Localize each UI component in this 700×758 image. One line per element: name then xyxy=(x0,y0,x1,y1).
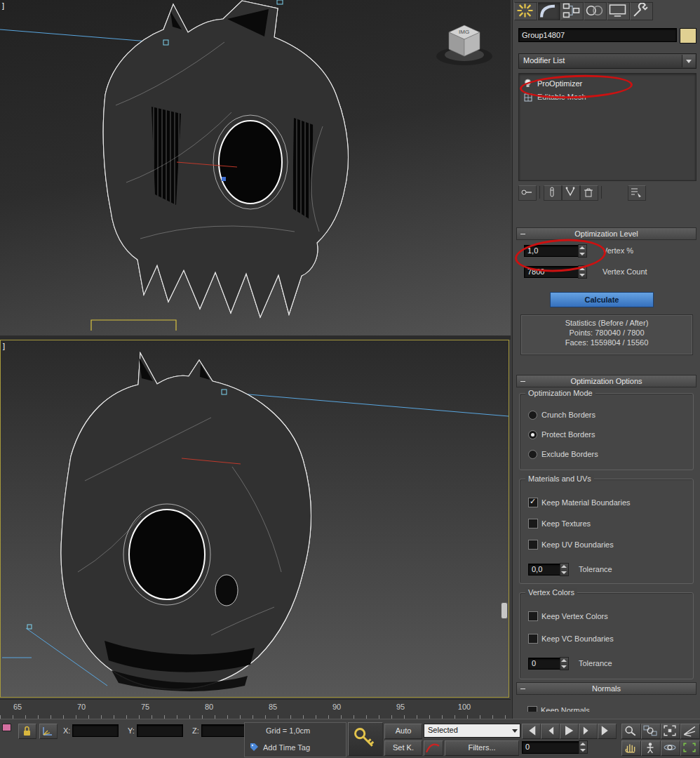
configure-modifier-sets-button[interactable] xyxy=(628,185,646,201)
radio-label[interactable]: Exclude Borders xyxy=(541,450,598,458)
y-coord-field[interactable] xyxy=(137,724,183,737)
current-time-spinner[interactable] xyxy=(579,740,588,754)
vertex-percent-spinner[interactable] xyxy=(578,244,587,258)
radio-exclude-borders[interactable] xyxy=(528,450,537,459)
mini-listener[interactable] xyxy=(2,724,11,731)
prompt-box: Grid = 1,0cm Add Time Tag xyxy=(244,722,346,757)
radio-protect-borders[interactable] xyxy=(528,430,537,439)
tab-display[interactable] xyxy=(607,2,630,20)
go-to-start-button[interactable] xyxy=(522,724,541,739)
modifier-list-dropdown[interactable]: Modifier List xyxy=(518,53,696,69)
make-unique-button[interactable] xyxy=(562,185,580,201)
zoom-all-icon xyxy=(642,724,659,737)
display-icon xyxy=(607,3,628,18)
checkbox-keep-normals[interactable] xyxy=(527,706,537,712)
rollout-optimization-options[interactable]: Optimization Options xyxy=(516,375,696,387)
transform-typein-icon xyxy=(40,724,55,737)
vertex-count-field[interactable]: 7800 xyxy=(524,266,580,278)
walk-through-button[interactable] xyxy=(641,740,661,756)
checkbox-keep-vertex-colors[interactable] xyxy=(528,611,538,621)
previous-frame-button[interactable] xyxy=(541,724,560,739)
maximize-viewport-button[interactable] xyxy=(680,740,700,756)
rollout-normals[interactable]: Normals xyxy=(516,682,696,695)
pin-icon xyxy=(519,186,534,199)
modifier-stack-row-prooptimizer[interactable]: ProOptimizer xyxy=(519,77,696,91)
next-frame-icon xyxy=(579,724,595,737)
utilities-icon xyxy=(631,3,651,18)
object-color-swatch[interactable] xyxy=(680,28,696,44)
modifier-stack-row-editable-mesh[interactable]: Editable Mesh xyxy=(519,91,696,104)
checkbox-label[interactable]: Keep Vertex Colors xyxy=(541,612,608,620)
rollout-optimization-level[interactable]: Optimization Level xyxy=(516,227,696,240)
zoom-icon xyxy=(622,724,639,737)
zoom-extents-button[interactable] xyxy=(661,724,680,739)
modifier-stack[interactable]: ProOptimizer Editable Mesh xyxy=(518,73,696,181)
go-to-end-button[interactable] xyxy=(598,724,617,739)
z-coord-field[interactable] xyxy=(201,724,248,737)
group-title: Materials and UVs xyxy=(525,474,594,483)
zoom-button[interactable] xyxy=(621,724,641,739)
tab-utilities[interactable] xyxy=(630,2,653,20)
field-of-view-button[interactable] xyxy=(680,724,700,739)
uv-tolerance-spinner[interactable] xyxy=(560,563,569,576)
calculate-button[interactable]: Calculate xyxy=(550,292,654,307)
current-time-field[interactable]: 0 xyxy=(522,741,581,754)
timeline-ruler[interactable]: 65 70 75 80 85 90 95 100 xyxy=(0,699,511,720)
play-button[interactable] xyxy=(560,724,579,739)
set-key-mode-button[interactable]: Set K. xyxy=(384,740,422,756)
editable-mesh-icon xyxy=(524,93,532,102)
key-filters-button[interactable]: Filters... xyxy=(445,740,519,756)
rollout-title: Optimization Options xyxy=(570,377,642,385)
orbit-button[interactable] xyxy=(661,740,680,756)
next-frame-button[interactable] xyxy=(579,724,598,739)
viewport-bottom-label: ] xyxy=(3,342,5,350)
selection-lock-button[interactable] xyxy=(18,724,36,739)
x-coord-field[interactable] xyxy=(72,724,119,737)
vertex-colors-group: Vertex Colors Keep Vertex Colors Keep VC… xyxy=(519,592,694,679)
zoom-all-button[interactable] xyxy=(641,724,661,739)
radio-label[interactable]: Crunch Borders xyxy=(541,411,595,419)
panel-scroll-grip[interactable] xyxy=(501,602,508,619)
uv-tolerance-field[interactable]: 0,0 xyxy=(528,564,562,576)
pan-button[interactable] xyxy=(621,740,641,756)
radio-crunch-borders[interactable] xyxy=(528,411,537,420)
set-keys-button[interactable] xyxy=(348,722,383,756)
vertex-count-spinner[interactable] xyxy=(578,265,587,279)
tab-hierarchy[interactable] xyxy=(560,2,584,20)
y-coord-label: Y: xyxy=(128,726,135,735)
tab-modify[interactable] xyxy=(537,2,560,20)
object-name-field[interactable]: Group14807 xyxy=(518,28,677,42)
add-time-tag[interactable]: Add Time Tag xyxy=(263,743,310,752)
checkbox-label[interactable]: Keep UV Boundaries xyxy=(541,540,614,549)
scene-cube-gizmo: IMG xyxy=(436,25,492,65)
vc-tolerance-field[interactable]: 0 xyxy=(528,658,562,670)
selection-filter-combo[interactable]: Selected xyxy=(424,724,520,738)
vc-tolerance-spinner[interactable] xyxy=(560,657,569,670)
tab-create[interactable] xyxy=(514,2,537,20)
pin-stack-button[interactable] xyxy=(518,185,537,201)
time-tag-icon xyxy=(249,742,259,752)
key-tangents-button[interactable] xyxy=(424,740,443,756)
viewport-top[interactable]: IMG ] xyxy=(0,0,511,335)
checkbox-keep-uv-boundaries[interactable] xyxy=(528,540,538,550)
vertex-percent-field[interactable]: 1,0 xyxy=(524,245,580,257)
tab-motion[interactable] xyxy=(584,2,607,20)
chevron-down-icon[interactable] xyxy=(682,55,695,67)
checkbox-keep-textures[interactable] xyxy=(528,519,538,528)
auto-key-button[interactable]: Auto xyxy=(384,724,422,739)
remove-modifier-button[interactable] xyxy=(580,185,598,201)
modifier-toggle-lightbulb-icon[interactable] xyxy=(523,79,532,88)
viewport-bottom[interactable]: ] xyxy=(0,340,509,698)
svg-text:IMG: IMG xyxy=(459,29,469,35)
checkbox-label[interactable]: Keep VC Boundaries xyxy=(541,634,614,643)
checkbox-label[interactable]: Keep Material Boundaries xyxy=(541,498,631,507)
show-end-result-button[interactable] xyxy=(544,185,562,201)
orbit-icon xyxy=(661,741,678,754)
checkbox-label[interactable]: Keep Textures xyxy=(541,519,591,528)
wireframe-skull-top: IMG xyxy=(0,0,511,335)
motion-icon xyxy=(584,3,605,18)
absolute-mode-button[interactable] xyxy=(39,724,58,739)
checkbox-keep-material-boundaries[interactable] xyxy=(528,498,538,507)
checkbox-keep-vc-boundaries[interactable] xyxy=(528,634,538,644)
radio-label[interactable]: Protect Borders xyxy=(541,430,595,439)
